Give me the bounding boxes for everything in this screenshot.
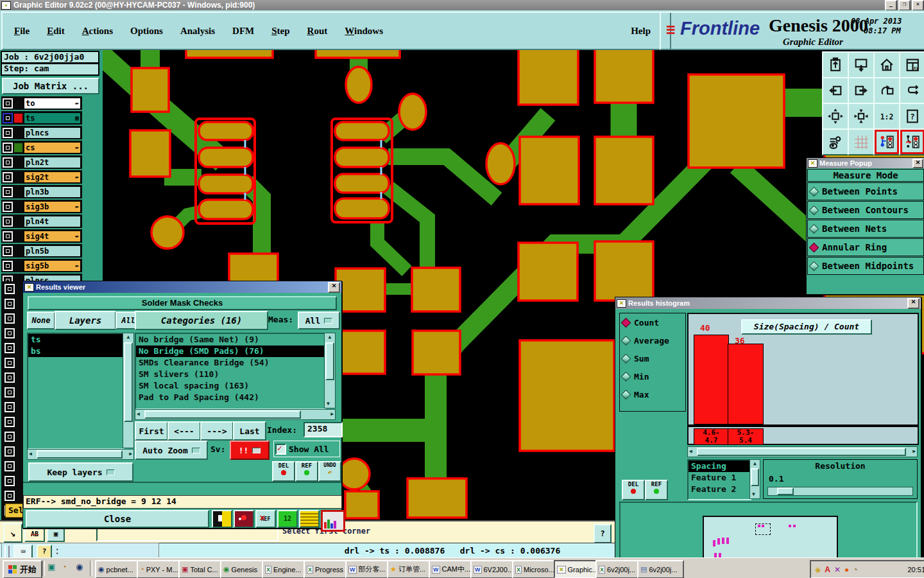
task-partial-customer[interactable]: 部分客... bbox=[345, 560, 392, 578]
layer-row-sig2t[interactable]: sig2t✒ bbox=[1, 170, 82, 184]
scroll-down-arrow[interactable]: ▼ bbox=[327, 400, 330, 408]
layer-checkbox[interactable] bbox=[4, 313, 15, 324]
board-preview-panel[interactable] bbox=[619, 502, 918, 559]
task-progress[interactable]: Progress bbox=[304, 560, 350, 578]
layer-checkbox[interactable] bbox=[3, 202, 13, 212]
first-button[interactable]: First bbox=[135, 421, 168, 441]
measure-option-between-contours[interactable]: Between Contours bbox=[807, 201, 924, 219]
start-button[interactable]: 开始 bbox=[3, 560, 42, 578]
layer-checkbox[interactable] bbox=[4, 476, 15, 486]
task-6v2j00-doc[interactable]: 6V2J00... bbox=[470, 560, 517, 578]
scroll-left-arrow[interactable]: ◀ bbox=[29, 450, 32, 458]
checkbox-checked-icon[interactable] bbox=[275, 444, 286, 455]
layer-row-ts[interactable]: ts▦ bbox=[1, 111, 82, 125]
layer-row-sig3b[interactable]: sig3b✒ bbox=[1, 200, 82, 213]
tray-pen-icon[interactable]: ◈ bbox=[815, 566, 821, 574]
scroll-left-arrow[interactable]: ◀ bbox=[689, 448, 692, 455]
last-button[interactable]: Last bbox=[233, 421, 266, 441]
category-item[interactable]: Pad to Pad Spacing (442) bbox=[136, 392, 325, 403]
help-tool-icon[interactable]: ? bbox=[594, 524, 612, 543]
layers-vscrollbar[interactable]: ▲ bbox=[123, 333, 134, 448]
stat-average[interactable]: Average bbox=[620, 331, 685, 349]
auto-zoom-dropdown[interactable]: Auto Zoom bbox=[135, 441, 208, 460]
layer-swatch[interactable] bbox=[14, 143, 22, 152]
menu-rout[interactable]: Rout bbox=[307, 26, 328, 37]
stat-sum[interactable]: Sum bbox=[620, 349, 685, 367]
ref-button[interactable]: REF bbox=[645, 480, 668, 500]
histogram-button-active[interactable] bbox=[321, 510, 345, 532]
zoom-out-button[interactable] bbox=[848, 77, 875, 104]
menu-analysis[interactable]: Analysis bbox=[180, 26, 215, 37]
task-pcbnet[interactable]: pcbnet... bbox=[95, 560, 142, 578]
layer-swatch[interactable] bbox=[14, 99, 22, 108]
layer-row-sig5b[interactable]: sig5b✒ bbox=[1, 259, 82, 272]
layer-checkbox[interactable] bbox=[4, 343, 15, 353]
minimize-button[interactable]: _ bbox=[885, 0, 897, 11]
category-item[interactable]: SMDs Clearance Bridge (54) bbox=[136, 357, 325, 369]
layer-checkbox[interactable] bbox=[4, 446, 15, 457]
center-view-button[interactable] bbox=[848, 103, 875, 130]
measure-popup-titlebar[interactable]: ✕ Measure Popup ✕ bbox=[807, 158, 924, 168]
category-item[interactable]: No bridge (Same Net) (9) bbox=[136, 334, 325, 346]
radio-diamond[interactable] bbox=[621, 389, 631, 399]
grid-button[interactable] bbox=[848, 128, 875, 155]
close-button[interactable]: Close bbox=[26, 510, 209, 528]
layer-row-cs[interactable]: cs✒ bbox=[1, 141, 82, 154]
close-button[interactable]: ✕ bbox=[912, 0, 924, 11]
layer-checkbox[interactable] bbox=[3, 113, 13, 123]
layer-checkbox[interactable] bbox=[4, 402, 15, 412]
layer-checkbox[interactable] bbox=[4, 284, 15, 294]
count-page-button[interactable]: 12 bbox=[277, 510, 298, 528]
layer-checkbox[interactable] bbox=[4, 491, 15, 501]
menu-edit[interactable]: Edit bbox=[47, 26, 65, 37]
netlist-compare-button[interactable] bbox=[899, 128, 924, 155]
layer-row-pln4t[interactable]: pln4t bbox=[1, 215, 82, 228]
layer-row-plncs[interactable]: plncs bbox=[1, 126, 82, 139]
layer-row-pln5b[interactable]: pln5b bbox=[1, 244, 82, 258]
quicklaunch-globe-icon[interactable]: ◉ bbox=[76, 563, 83, 570]
show-all-checkbox[interactable]: Show All bbox=[273, 441, 340, 457]
menu-options[interactable]: Options bbox=[130, 26, 163, 37]
task-total[interactable]: Total C... bbox=[178, 560, 225, 578]
layer-row-pln3b[interactable]: pln3b bbox=[1, 185, 82, 198]
resize-tool-icon[interactable]: ↘ bbox=[3, 523, 22, 543]
layer-swatch[interactable] bbox=[14, 158, 22, 167]
results-viewer-titlebar[interactable]: ✕ Results viewer ✕ bbox=[23, 281, 341, 293]
previous-view-button[interactable] bbox=[873, 77, 900, 104]
radio-diamond[interactable] bbox=[809, 223, 819, 234]
panel-toggle-button[interactable] bbox=[212, 510, 232, 528]
fit-all-button[interactable] bbox=[822, 103, 849, 130]
radio-diamond[interactable] bbox=[621, 371, 631, 381]
layer-checkbox[interactable] bbox=[4, 299, 15, 309]
layer-checkbox[interactable] bbox=[3, 231, 13, 241]
layer-swatch[interactable] bbox=[14, 128, 22, 137]
close-icon[interactable]: ✕ bbox=[328, 282, 340, 293]
home-view-button[interactable] bbox=[873, 51, 900, 78]
zoom-in-button[interactable] bbox=[822, 77, 849, 104]
category-item-selected[interactable]: No Bridge (SMD Pads) (76) bbox=[136, 346, 325, 357]
tray-x-icon[interactable]: ✕ bbox=[834, 566, 841, 574]
slider-thumb[interactable] bbox=[777, 487, 794, 495]
close-icon[interactable]: ✕ bbox=[907, 298, 920, 309]
categories-hscrollbar[interactable]: ◀ ▶ bbox=[135, 409, 336, 420]
window-xy-button[interactable]: xy bbox=[899, 51, 924, 78]
tray-clock-icon[interactable]: ◔ bbox=[853, 566, 857, 574]
radio-diamond-selected[interactable] bbox=[809, 242, 819, 252]
report-button[interactable] bbox=[299, 510, 320, 528]
ref-button[interactable]: REF bbox=[295, 461, 318, 482]
scroll-down-arrow[interactable]: ▼ bbox=[752, 491, 755, 498]
layer-checkbox[interactable] bbox=[4, 387, 15, 398]
scroll-right-arrow[interactable]: ▶ bbox=[330, 410, 334, 418]
layer-swatch[interactable] bbox=[14, 232, 22, 241]
task-pxy[interactable]: PXY - M... bbox=[137, 560, 184, 578]
stat-max[interactable]: Max bbox=[620, 385, 685, 403]
categories-button[interactable]: Categories (16) bbox=[135, 311, 268, 330]
layer-checkbox[interactable] bbox=[4, 417, 15, 427]
job-matrix-button[interactable]: Job Matrix ... bbox=[2, 78, 99, 94]
layer-item-ts[interactable]: ts bbox=[28, 334, 123, 346]
prev-button[interactable]: <--- bbox=[167, 421, 201, 441]
chart-hscrollbar[interactable]: ◀ ▶ bbox=[687, 446, 918, 457]
resolution-slider[interactable] bbox=[767, 487, 913, 496]
layer-checkbox[interactable] bbox=[4, 432, 15, 442]
del-button[interactable]: DEL bbox=[272, 461, 295, 482]
